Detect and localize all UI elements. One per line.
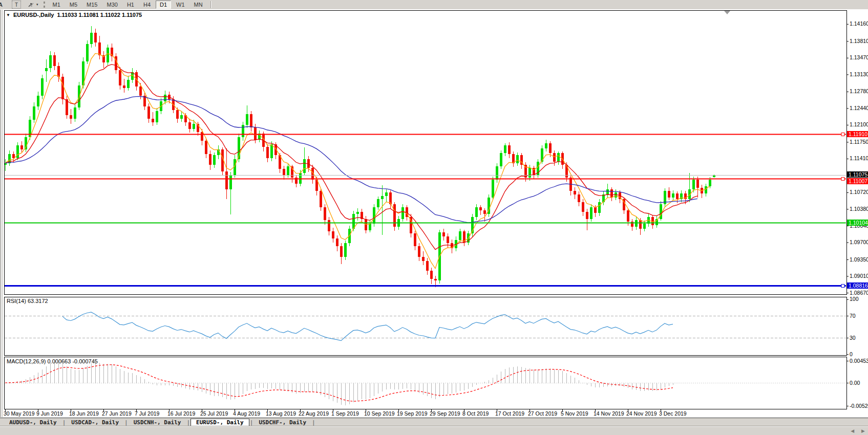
candle-body <box>356 212 359 214</box>
candle-body <box>598 202 601 213</box>
candle-body <box>41 78 44 95</box>
period-button-d1[interactable]: D1 <box>156 1 171 9</box>
tab-scroll-left-icon[interactable]: ◀ <box>851 428 854 433</box>
candle-body <box>74 107 76 119</box>
candle-body <box>586 212 588 219</box>
price-tick-label: 1.10720 <box>850 189 868 195</box>
period-button-m15[interactable]: M15 <box>82 1 101 9</box>
candle-body <box>373 207 375 224</box>
candle-body <box>332 231 334 238</box>
candle-body <box>123 85 125 88</box>
candle-body <box>156 111 158 122</box>
period-button-h1[interactable]: H1 <box>123 1 138 9</box>
text-label-tool-button[interactable]: T <box>12 1 21 9</box>
line-anchor-marker <box>841 285 844 288</box>
candle-body <box>16 145 19 158</box>
candle-body <box>229 175 232 190</box>
price-tick-label: 1.13130 <box>850 71 868 77</box>
date-tick-label: 27 Jun 2019 <box>102 410 132 417</box>
candle-body <box>61 77 64 99</box>
candle-body <box>651 217 654 225</box>
candle-body <box>692 180 695 189</box>
tab-scroll-right-icon[interactable]: ▶ <box>861 428 865 433</box>
clipped-toolbar-button[interactable]: A <box>0 2 5 8</box>
chart-tab-audusd[interactable]: AUDUSD-, Daily <box>4 418 62 426</box>
date-tick-label: 18 Jun 2019 <box>69 410 99 417</box>
candle-body <box>422 257 425 261</box>
candle-body <box>528 168 531 178</box>
candle-body <box>574 191 576 194</box>
line-anchor-marker <box>841 133 844 136</box>
candle-body <box>20 145 23 149</box>
chart-tab-usdcnh[interactable]: USDCNH-, Daily <box>129 418 186 426</box>
chart-tab-usdcad[interactable]: USDCAD-, Daily <box>66 418 124 426</box>
date-tick-label: 7 Jul 2019 <box>135 410 160 417</box>
toolbar-drag-handle[interactable] <box>44 2 45 8</box>
price-tick-label: 1.13810 <box>850 38 868 44</box>
candle-body <box>418 246 420 257</box>
candle-body <box>627 210 629 222</box>
candle-body <box>152 119 154 122</box>
date-tick-label: 3 Dec 2019 <box>659 410 687 417</box>
rsi-indicator-label: RSI(14) 63.3172 <box>7 298 48 304</box>
top-toolbar: A T ▾ M1M5M15M30H1H4D1W1MN <box>0 0 868 10</box>
candle-body <box>442 232 445 236</box>
tab-separator: | <box>311 418 316 426</box>
chart-tab-eurusd[interactable]: EURUSD-, Daily <box>190 419 249 426</box>
candle-body <box>254 127 257 140</box>
period-button-h4[interactable]: H4 <box>139 1 155 9</box>
candle-body <box>578 194 580 202</box>
candle-body <box>242 125 244 137</box>
price-label-text: 1.11075 <box>849 171 867 178</box>
candle-body <box>401 207 404 219</box>
candle-body <box>668 191 670 197</box>
candle-body <box>344 243 347 257</box>
period-button-m30[interactable]: M30 <box>102 1 121 9</box>
candle-body <box>299 173 302 184</box>
rsi-axis-label: 70 <box>850 313 856 319</box>
date-tick-label: 19 Sep 2019 <box>397 410 428 417</box>
candle-body <box>492 180 494 197</box>
price-tick-label: 1.12780 <box>850 88 868 94</box>
candle-body <box>303 159 306 173</box>
price-tick-label: 1.14160 <box>850 20 868 27</box>
date-tick-label: 10 Sep 2019 <box>364 410 395 417</box>
candle-body <box>139 86 142 95</box>
candle-body <box>594 207 597 213</box>
candle-body <box>545 143 547 148</box>
chart-tab-usdchf[interactable]: USDCHF-, Daily <box>253 418 311 426</box>
status-bar: ◀ ▶ <box>0 426 868 435</box>
candle-body <box>324 207 326 221</box>
date-tick-label: 30 May 2019 <box>4 410 35 417</box>
candle-body <box>90 33 93 44</box>
candle-body <box>483 210 486 214</box>
date-tick-label: 14 Nov 2019 <box>594 410 624 417</box>
date-tick-label: 22 Aug 2019 <box>299 410 329 417</box>
date-tick-label: 5 Nov 2019 <box>561 410 588 417</box>
candle-body <box>500 153 502 166</box>
candle-body <box>225 171 228 189</box>
candle-body <box>328 220 330 231</box>
chart-menu-icon[interactable]: ▼ <box>6 13 10 17</box>
period-button-m5[interactable]: M5 <box>66 1 81 9</box>
rsi-axis-label: 100 <box>850 296 859 302</box>
period-button-w1[interactable]: W1 <box>172 1 189 9</box>
chart-ohlc-values: 1.11033 1.11081 1.11022 1.11075 <box>57 12 142 18</box>
candle-body <box>176 110 179 119</box>
period-button-m1[interactable]: M1 <box>49 1 65 9</box>
arrows-tool-button[interactable]: ▾ <box>27 2 38 8</box>
rsi-axis-label: 30 <box>850 335 856 341</box>
price-tick-label: 1.11410 <box>850 155 868 161</box>
candle-body <box>107 48 109 62</box>
candle-body <box>340 246 343 257</box>
period-button-mn[interactable]: MN <box>190 1 207 9</box>
date-tick-label: 13 Aug 2019 <box>266 410 296 417</box>
candle-body <box>508 145 511 154</box>
candle-body <box>164 95 166 101</box>
candle-body <box>246 114 248 125</box>
price-chart-canvas[interactable]: 1.141601.138101.134701.131301.127801.124… <box>0 9 868 418</box>
candle-body <box>643 224 646 229</box>
date-tick-label: 16 Jul 2019 <box>167 410 195 417</box>
candle-body <box>188 122 191 128</box>
tab-separator: | <box>249 418 254 426</box>
